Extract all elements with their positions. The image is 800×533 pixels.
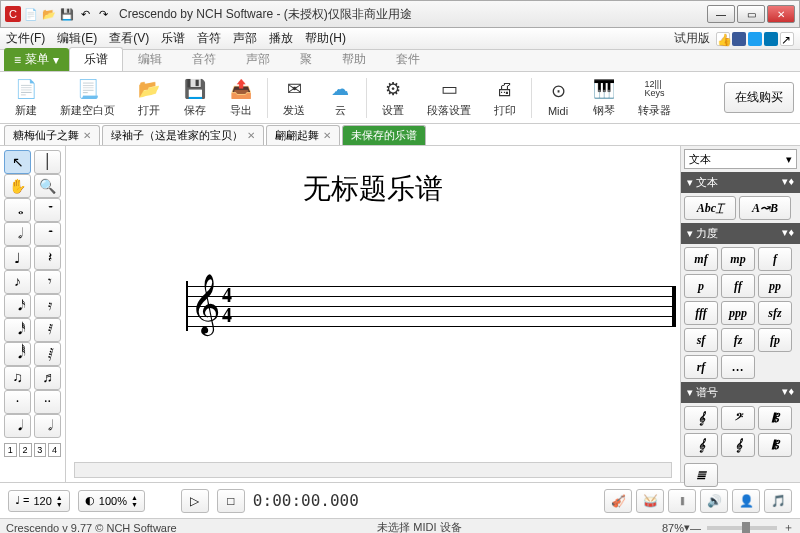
zoom-stepper[interactable]: ▲▼ bbox=[131, 494, 138, 508]
close-tab-icon[interactable]: ✕ bbox=[323, 130, 331, 141]
tool-button[interactable]: 𝅗𝅥 bbox=[34, 414, 61, 438]
menu-view[interactable]: 查看(V) bbox=[109, 30, 149, 47]
tool-button[interactable]: ·· bbox=[34, 390, 61, 414]
thumbs-icon[interactable]: 👍 bbox=[716, 32, 730, 46]
new-button[interactable]: 📄新建 bbox=[6, 75, 46, 120]
playbar-icon-button[interactable]: 🎻 bbox=[604, 489, 632, 513]
tool-button[interactable]: 𝅗𝅥 bbox=[4, 222, 31, 246]
dynamic-button[interactable]: ff bbox=[721, 274, 755, 298]
zoom-out-button[interactable]: — bbox=[690, 522, 701, 534]
facebook-icon[interactable] bbox=[732, 32, 746, 46]
tool-button[interactable]: 𝄻 bbox=[34, 198, 61, 222]
menu-file[interactable]: 文件(F) bbox=[6, 30, 45, 47]
extra-tool[interactable]: ≣ bbox=[684, 463, 718, 487]
text-tool[interactable]: Abc⌶ bbox=[684, 196, 736, 220]
tempo-control[interactable]: ♩ =120▲▼ bbox=[8, 490, 70, 512]
section-header-text[interactable]: ▾ 文本▾♦ bbox=[681, 172, 800, 193]
ribbon-tab-edit[interactable]: 编辑 bbox=[123, 47, 177, 71]
export-button[interactable]: 📤导出 bbox=[221, 75, 261, 120]
open-button[interactable]: 📂打开 bbox=[129, 75, 169, 120]
score-canvas[interactable]: 无标题乐谱 𝄞 4 4 bbox=[66, 146, 680, 482]
converter-button[interactable]: 12|||Keys转录器 bbox=[630, 75, 679, 120]
tool-button[interactable]: 𝅘𝅥𝅰 bbox=[4, 318, 31, 342]
clef-button[interactable]: 𝄢 bbox=[721, 406, 755, 430]
tool-button[interactable]: 𝅁 bbox=[34, 342, 61, 366]
qa-undo-icon[interactable]: ↶ bbox=[77, 6, 93, 22]
send-button[interactable]: ✉发送 bbox=[274, 75, 314, 120]
dynamic-button[interactable]: p bbox=[684, 274, 718, 298]
category-dropdown[interactable]: 文本▾ bbox=[684, 149, 797, 169]
qa-new-icon[interactable]: 📄 bbox=[23, 6, 39, 22]
playbar-icon-button[interactable]: ⦀ bbox=[668, 489, 696, 513]
section-button[interactable]: ▭段落设置 bbox=[419, 75, 479, 120]
tool-button[interactable]: 𝅘𝅥𝅱 bbox=[4, 342, 31, 366]
tool-button[interactable]: 𝅝 bbox=[4, 198, 31, 222]
ribbon-tab-group[interactable]: 聚 bbox=[285, 47, 327, 71]
dynamic-button[interactable]: mf bbox=[684, 247, 718, 271]
tool-button[interactable]: 𝄼 bbox=[34, 222, 61, 246]
tool-button[interactable]: 𝄽 bbox=[34, 246, 61, 270]
clef-button[interactable]: 𝄡 bbox=[758, 406, 792, 430]
page-tab[interactable]: 1 bbox=[4, 443, 17, 457]
doc-tab[interactable]: 翩翩起舞✕ bbox=[266, 125, 340, 145]
cloud-button[interactable]: ☁云 bbox=[320, 75, 360, 120]
minimize-button[interactable]: — bbox=[707, 5, 735, 23]
twitter-icon[interactable] bbox=[748, 32, 762, 46]
tool-button[interactable]: 𝄿 bbox=[34, 294, 61, 318]
doc-tab-active[interactable]: 未保存的乐谱 bbox=[342, 125, 426, 145]
dynamic-button[interactable]: fp bbox=[758, 328, 792, 352]
linkedin-icon[interactable] bbox=[764, 32, 778, 46]
share-icon[interactable]: ↗ bbox=[780, 32, 794, 46]
section-header-dynamics[interactable]: ▾ 力度▾♦ bbox=[681, 223, 800, 244]
page-tab[interactable]: 4 bbox=[48, 443, 61, 457]
print-button[interactable]: 🖨打印 bbox=[485, 75, 525, 120]
close-button[interactable]: ✕ bbox=[767, 5, 795, 23]
dynamic-button[interactable]: mp bbox=[721, 247, 755, 271]
doc-tab[interactable]: 糖梅仙子之舞✕ bbox=[4, 125, 100, 145]
clef-button[interactable]: 𝄞 bbox=[684, 433, 718, 457]
playbar-icon-button[interactable]: 🥁 bbox=[636, 489, 664, 513]
maximize-button[interactable]: ▭ bbox=[737, 5, 765, 23]
ribbon-tab-help[interactable]: 帮助 bbox=[327, 47, 381, 71]
save-button[interactable]: 💾保存 bbox=[175, 75, 215, 120]
clef-button[interactable]: 𝄞 bbox=[684, 406, 718, 430]
dynamic-button[interactable]: pp bbox=[758, 274, 792, 298]
text-tool[interactable]: A↝B bbox=[739, 196, 791, 220]
tool-button[interactable]: · bbox=[4, 390, 31, 414]
tool-button[interactable]: 𝄾 bbox=[34, 270, 61, 294]
clef-button[interactable]: 𝄞 bbox=[721, 433, 755, 457]
tool-button[interactable]: ♪ bbox=[4, 270, 31, 294]
close-tab-icon[interactable]: ✕ bbox=[83, 130, 91, 141]
playbar-icon-button[interactable]: 🎵 bbox=[764, 489, 792, 513]
page-tab[interactable]: 3 bbox=[34, 443, 47, 457]
zoom-slider[interactable] bbox=[707, 526, 777, 530]
playbar-icon-button[interactable]: 🔊 bbox=[700, 489, 728, 513]
play-button[interactable]: ▷ bbox=[181, 489, 209, 513]
ribbon-tab-parts[interactable]: 声部 bbox=[231, 47, 285, 71]
settings-button[interactable]: ⚙设置 bbox=[373, 75, 413, 120]
zoom-control[interactable]: ◐100%▲▼ bbox=[78, 490, 145, 512]
qa-open-icon[interactable]: 📂 bbox=[41, 6, 57, 22]
ribbon-tab-score[interactable]: 乐谱 bbox=[69, 47, 123, 71]
dynamic-button[interactable]: f bbox=[758, 247, 792, 271]
dynamic-button[interactable]: rf bbox=[684, 355, 718, 379]
tool-button[interactable]: 𝅘𝅥𝅯 bbox=[4, 294, 31, 318]
menu-play[interactable]: 播放 bbox=[269, 30, 293, 47]
playbar-icon-button[interactable]: 👤 bbox=[732, 489, 760, 513]
horizontal-scrollbar[interactable] bbox=[74, 462, 672, 478]
piano-button[interactable]: 🎹钢琴 bbox=[584, 75, 624, 120]
main-menu-button[interactable]: ≡ 菜单 ▾ bbox=[4, 48, 69, 71]
dynamic-button[interactable]: ppp bbox=[721, 301, 755, 325]
page-tab[interactable]: 2 bbox=[19, 443, 32, 457]
new-blank-button[interactable]: 📃新建空白页 bbox=[52, 75, 123, 120]
tool-button[interactable]: ↖ bbox=[4, 150, 31, 174]
stop-button[interactable]: □ bbox=[217, 489, 245, 513]
zoom-in-button[interactable]: ＋ bbox=[783, 520, 794, 533]
dynamic-button[interactable]: fff bbox=[684, 301, 718, 325]
dynamic-button[interactable]: fz bbox=[721, 328, 755, 352]
clef-button[interactable]: 𝄡 bbox=[758, 433, 792, 457]
ribbon-tab-kit[interactable]: 套件 bbox=[381, 47, 435, 71]
staff[interactable]: 𝄞 4 4 bbox=[186, 286, 676, 326]
doc-tab[interactable]: 绿袖子（这是谁家的宝贝）✕ bbox=[102, 125, 264, 145]
qa-save-icon[interactable]: 💾 bbox=[59, 6, 75, 22]
